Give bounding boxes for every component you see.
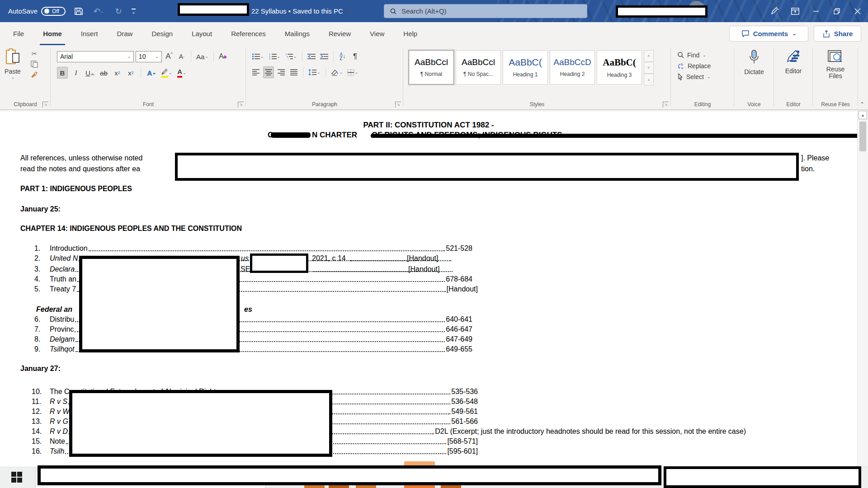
ribbon-display-options-button[interactable] [785,0,806,22]
format-painter-button[interactable] [30,70,38,78]
taskbar-thumbnail [441,485,461,488]
bold-button[interactable]: B [57,67,68,79]
reuse-files-button[interactable]: ReuseFiles [813,45,858,80]
numbering-button[interactable]: 123⌄ [267,51,282,62]
style-heading-3[interactable]: AaBbC( Heading 3 [597,50,642,84]
change-case-button[interactable]: Aa⌄ [195,51,210,62]
save-button[interactable] [72,5,85,18]
highlight-button[interactable]: 🖉⌄ [160,67,174,79]
chapter-heading: CHAPTER 14: INDIGENOUS PEOPLES AND THE C… [20,225,242,233]
part1-heading: PART 1: INDIGENOUS PEOPLES [20,185,132,193]
vertical-scrollbar[interactable]: ▲ [857,110,868,467]
tab-file[interactable]: File [4,22,33,45]
cut-button[interactable]: ✂ [32,50,38,58]
justify-button[interactable] [288,66,299,78]
styles-scroll-up-button[interactable]: ˄ [644,50,654,62]
tab-references[interactable]: References [222,22,275,45]
styles-gallery-more-button[interactable]: ⌅ [644,74,654,85]
redo-button[interactable]: ↻ [112,5,125,18]
clipboard-dialog-launcher[interactable]: ↘ [42,102,48,108]
font-name-combo[interactable]: Arial⌄ [57,51,134,62]
styles-group: AaBbCcl ¶ Normal AaBbCcl ¶ No Spac... Aa… [403,45,671,109]
search-input[interactable] [401,7,564,15]
shading-button[interactable]: ⌄ [330,66,344,78]
quick-access-toolbar-chevron[interactable]: ⌄ [132,9,136,14]
search-box[interactable] [384,4,587,18]
collapse-ribbon-button[interactable]: ⌃ [860,101,864,108]
restore-button[interactable] [826,0,847,22]
align-left-button[interactable] [250,66,261,78]
tab-design[interactable]: Design [142,22,182,45]
styles-dialog-launcher[interactable]: ↘ [663,102,669,108]
align-center-button[interactable] [263,66,274,78]
paste-button[interactable]: Paste ⌄ [0,45,25,80]
find-button[interactable]: Find⌄ [677,50,734,61]
share-icon [822,30,830,38]
tab-mailings[interactable]: Mailings [275,22,319,45]
strikethrough-button[interactable]: ab [98,67,109,79]
underline-button[interactable]: U⌄ [84,67,95,79]
share-button[interactable]: Share [814,26,861,42]
increase-indent-button[interactable] [319,51,330,62]
tab-layout[interactable]: Layout [182,22,222,45]
styles-scroll-down-button[interactable]: ˅ [644,62,654,74]
minimize-button[interactable] [806,0,826,22]
borders-button[interactable]: ⌄ [346,66,360,78]
document-title[interactable]: 22 Syllabus • Saved to this PC ▼ [251,0,352,22]
chevron-down-icon: ⌄ [792,31,796,37]
paragraph-dialog-launcher[interactable]: ↘ [395,102,401,108]
bullets-button[interactable]: ⌄ [250,51,265,62]
autosave-toggle[interactable]: AutoSave Off [8,7,66,16]
toggle-knob [44,9,49,14]
style-no-spacing[interactable]: AaBbCcl ¶ No Spac... [456,50,501,84]
copy-button[interactable] [31,61,38,68]
tab-view[interactable]: View [360,22,394,45]
taskbar-thumbnail [304,485,325,488]
scrollbar-thumb[interactable] [859,122,866,151]
clear-formatting-button[interactable]: A◆ [217,51,228,62]
font-size-combo[interactable]: 10⌄ [136,51,162,62]
replace-button[interactable]: bc Replace [677,61,734,71]
taskbar-thumbnail [404,485,435,488]
cursor-icon [677,73,684,80]
ink-pen-icon[interactable] [764,0,785,22]
undo-button[interactable]: ↶⌄ [92,5,105,18]
replace-icon: bc [677,62,685,70]
shrink-font-button[interactable]: Aˇ [176,51,187,62]
svg-text:3: 3 [269,57,270,60]
editor-button[interactable]: Editor [774,45,813,75]
style-heading-2[interactable]: AaBbCcD Heading 2 [550,50,595,84]
scroll-up-button[interactable]: ▲ [859,111,867,119]
text-effects-button[interactable]: A⌄ [146,67,157,79]
doc-title-line2-struck: OF RIGHTS AND FREEDOMS; INDIGENOUS RIGHT… [372,131,868,140]
show-formatting-marks-button[interactable]: ¶ [350,51,361,62]
multilevel-list-button[interactable]: 1ai⌄ [283,51,298,62]
tab-insert[interactable]: Insert [71,22,108,45]
paragraph-group: ⌄ 123⌄ 1ai⌄ AZ↓ ¶ [246,45,403,109]
style-normal[interactable]: AaBbCcl ¶ Normal [409,50,454,84]
tab-draw[interactable]: Draw [107,22,142,45]
taskbar-thumbnail [329,485,349,488]
windows-start-button[interactable] [11,472,22,483]
tab-help[interactable]: Help [394,22,427,45]
comments-button[interactable]: Comments ⌄ [729,26,808,42]
sort-button[interactable]: AZ↓ [337,51,348,62]
font-dialog-launcher[interactable]: ↘ [238,102,244,108]
tab-home[interactable]: Home [33,22,71,45]
tab-review[interactable]: Review [319,22,360,45]
superscript-button[interactable]: x2 [125,67,136,79]
subscript-button[interactable]: x2 [112,67,123,79]
grow-font-button[interactable]: A^ [164,51,175,62]
paragraph-line2-right: tion. [801,165,815,173]
line-spacing-button[interactable]: ⌄ [307,66,322,78]
redaction-box-taskbar-right [664,466,861,488]
decrease-indent-button[interactable] [306,51,317,62]
select-button[interactable]: Select⌄ [677,71,734,82]
dictate-button[interactable]: Dictate [734,45,774,75]
font-color-button[interactable]: A⌄ [176,67,187,79]
style-heading-1[interactable]: AaBbC( Heading 1 [503,50,548,84]
close-button[interactable] [847,0,868,22]
autosave-label: AutoSave [8,7,38,15]
italic-button[interactable]: I [71,67,81,79]
align-right-button[interactable] [276,66,287,78]
